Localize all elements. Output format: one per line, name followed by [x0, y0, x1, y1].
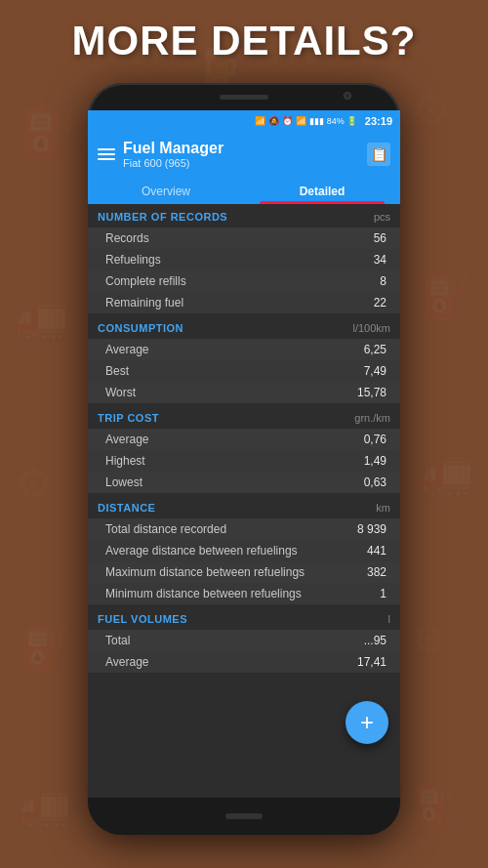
- row-value: 1,49: [364, 454, 386, 468]
- row-value: 8 939: [357, 522, 386, 536]
- status-bar: 📶 🔕 ⏰ 📶 ▮▮▮ 84% 🔋 23:19: [88, 110, 400, 132]
- row-label: Records: [105, 231, 149, 245]
- row-value: 34: [374, 253, 386, 267]
- row-label: Average: [105, 343, 148, 356]
- phone-bottom: [88, 798, 400, 835]
- section-unit-distance: km: [376, 502, 390, 514]
- row-label: Highest: [105, 454, 145, 468]
- row-label: Average: [105, 655, 148, 669]
- battery-icon: 84% 🔋: [327, 116, 357, 126]
- row-label: Best: [105, 364, 129, 378]
- row-value: 8: [380, 274, 386, 288]
- section-unit-records: pcs: [374, 211, 390, 223]
- app-bar-left: Fuel Manager Fiat 600 (965): [98, 140, 224, 169]
- status-icons: 📶 🔕 ⏰ 📶 ▮▮▮ 84% 🔋: [255, 116, 357, 126]
- row-value: 441: [367, 544, 386, 558]
- row-label: Maximum distance between refuelings: [105, 565, 305, 579]
- section-title-consumption: CONSUMPTION: [98, 322, 183, 334]
- section-unit-fuel-volumes: l: [388, 613, 390, 625]
- section-trip-cost: TRIP COST grn./km Average 0,76 Highest 1…: [88, 405, 400, 493]
- table-row: Total distance recorded 8 939: [88, 518, 400, 540]
- row-value: 382: [367, 565, 386, 579]
- svg-text:🚛: 🚛: [18, 780, 71, 831]
- row-label: Lowest: [105, 475, 142, 489]
- section-title-trip-cost: TRIP COST: [98, 412, 159, 424]
- section-consumption: CONSUMPTION l/100km Average 6,25 Best 7,…: [88, 315, 400, 403]
- tab-bar: Overview Detailed: [88, 177, 400, 204]
- row-value: 17,41: [357, 655, 386, 669]
- svg-text:🚛: 🚛: [15, 292, 68, 343]
- table-row: Worst 15,78: [88, 382, 400, 403]
- svg-text:⚙: ⚙: [410, 617, 447, 663]
- fab-add-button[interactable]: +: [346, 701, 388, 744]
- app-bar: Fuel Manager Fiat 600 (965) 📋: [88, 132, 400, 177]
- section-title-fuel-volumes: FUEL VOLUMES: [98, 613, 187, 625]
- section-fuel-volumes: FUEL VOLUMES l Total ...95 Average 17,41: [88, 606, 400, 673]
- table-row: Complete refills 8: [88, 270, 400, 292]
- table-row: Total ...95: [88, 630, 400, 651]
- tab-overview[interactable]: Overview: [88, 177, 244, 204]
- row-value: 15,78: [357, 386, 386, 399]
- svg-text:⛽: ⛽: [420, 272, 473, 323]
- table-row: Maximum distance between refuelings 382: [88, 561, 400, 583]
- row-value: 7,49: [364, 364, 386, 378]
- phone-screen: 📶 🔕 ⏰ 📶 ▮▮▮ 84% 🔋 23:19: [88, 110, 400, 798]
- row-value: 6,25: [364, 343, 386, 356]
- phone-frame: 📶 🔕 ⏰ 📶 ▮▮▮ 84% 🔋 23:19: [88, 83, 400, 835]
- table-row: Average 6,25: [88, 339, 400, 360]
- content-area[interactable]: NUMBER OF RECORDS pcs Records 56 Refueli…: [88, 204, 400, 798]
- table-row: Average 17,41: [88, 651, 400, 673]
- row-value: 56: [374, 231, 386, 245]
- row-label: Refuelings: [105, 253, 161, 267]
- section-distance: DISTANCE km Total distance recorded 8 93…: [88, 495, 400, 604]
- row-value: 0,76: [364, 433, 386, 446]
- app-title: Fuel Manager: [123, 140, 224, 157]
- phone-camera: [344, 92, 351, 100]
- status-time: 23:19: [365, 115, 392, 127]
- row-label: Average: [105, 433, 148, 446]
- svg-text:⛽: ⛽: [410, 782, 462, 831]
- row-label: Worst: [105, 386, 136, 399]
- table-row: Average distance between refuelings 441: [88, 540, 400, 561]
- section-header-records: NUMBER OF RECORDS pcs: [88, 204, 400, 227]
- section-header-distance: DISTANCE km: [88, 495, 400, 518]
- wifi-icon: 📶: [296, 116, 306, 126]
- table-row: Lowest 0,63: [88, 472, 400, 493]
- svg-text:⛽: ⛽: [18, 624, 71, 675]
- row-value: 1: [380, 587, 386, 600]
- svg-text:🚛: 🚛: [420, 448, 473, 499]
- row-label: Complete refills: [105, 274, 186, 288]
- table-row: Average 0,76: [88, 429, 400, 450]
- app-subtitle: Fiat 600 (965): [123, 157, 224, 169]
- table-row: Minimum distance between refuelings 1: [88, 583, 400, 604]
- bluetooth-icon: 📶: [255, 116, 265, 126]
- section-records: NUMBER OF RECORDS pcs Records 56 Refueli…: [88, 204, 400, 313]
- alarm-icon: ⏰: [282, 116, 293, 126]
- hamburger-icon[interactable]: [98, 148, 115, 160]
- section-title-records: NUMBER OF RECORDS: [98, 211, 227, 223]
- svg-text:⛽: ⛽: [18, 103, 81, 164]
- section-title-distance: DISTANCE: [98, 502, 155, 514]
- app-bar-title-block: Fuel Manager Fiat 600 (965): [123, 140, 224, 169]
- section-unit-consumption: l/100km: [352, 322, 390, 334]
- row-label: Remaining fuel: [105, 296, 183, 310]
- table-row: Records 56: [88, 227, 400, 249]
- note-icon[interactable]: 📋: [367, 143, 390, 166]
- section-header-trip-cost: TRIP COST grn./km: [88, 405, 400, 429]
- section-unit-trip-cost: grn./km: [354, 412, 390, 424]
- signal-icon: ▮▮▮: [309, 116, 324, 126]
- table-row: Remaining fuel 22: [88, 292, 400, 313]
- row-label: Minimum distance between refuelings: [105, 587, 302, 600]
- table-row: Highest 1,49: [88, 450, 400, 472]
- row-value: ...95: [364, 634, 386, 647]
- section-header-fuel-volumes: FUEL VOLUMES l: [88, 606, 400, 630]
- mute-icon: 🔕: [268, 116, 279, 126]
- row-label: Average distance between refuelings: [105, 544, 298, 558]
- tab-detailed[interactable]: Detailed: [244, 177, 400, 204]
- row-value: 0,63: [364, 475, 386, 489]
- svg-text:⚙: ⚙: [15, 459, 53, 507]
- page-title: MORE DETAILS?: [0, 18, 488, 64]
- row-label: Total: [105, 634, 130, 647]
- phone-speaker: [220, 95, 268, 100]
- home-button[interactable]: [225, 813, 263, 819]
